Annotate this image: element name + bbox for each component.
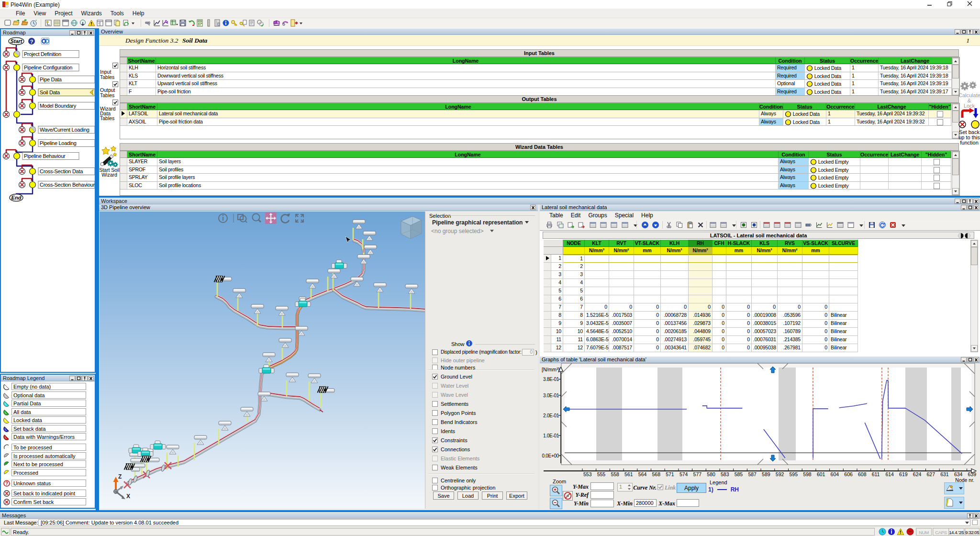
latsoil-cell[interactable]: 0: [802, 344, 829, 352]
column-header[interactable]: LongName: [156, 57, 776, 64]
latsoil-cell[interactable]: 12: [563, 344, 585, 352]
latsoil-cell[interactable]: [609, 271, 634, 279]
latsoil-cell[interactable]: [829, 271, 858, 279]
column-header[interactable]: Status: [809, 151, 860, 158]
latsoil-cell[interactable]: [634, 255, 661, 263]
pipe3d-icon[interactable]: [145, 19, 153, 27]
column-header[interactable]: Condition: [776, 57, 805, 64]
checkbox[interactable]: [432, 374, 438, 380]
latsoil-menu-table[interactable]: Table: [546, 211, 567, 220]
link-check-icon[interactable]: [256, 19, 265, 27]
latsoil-maximize-button[interactable]: [967, 205, 973, 210]
latsoil-cell[interactable]: [661, 263, 689, 271]
latsoil-cell[interactable]: [661, 295, 689, 303]
notes-icon[interactable]: [248, 19, 256, 27]
latsoil-cell[interactable]: .044809: [689, 328, 713, 336]
latsoil-cell[interactable]: [661, 255, 689, 263]
latsoil-cell[interactable]: 0: [802, 328, 829, 336]
latsoil-menu-special[interactable]: Special: [611, 211, 637, 220]
column-header[interactable]: Status: [805, 57, 850, 64]
horizontal-splitter-workspace[interactable]: [99, 196, 980, 198]
latsoil-cell[interactable]: [726, 271, 752, 279]
pipe-section-icon[interactable]: [805, 221, 813, 229]
latsoil-cell[interactable]: 1.5216E-5: [585, 312, 609, 320]
latsoil-cell[interactable]: [634, 271, 661, 279]
menu-project[interactable]: Project: [50, 9, 77, 18]
roadmap-start-node[interactable]: Start: [9, 38, 24, 45]
latsoil-cell[interactable]: [778, 295, 802, 303]
latsoil-cell[interactable]: 0: [726, 320, 752, 328]
latsoil-cell[interactable]: .00076031: [752, 336, 778, 344]
overview-minimize-button[interactable]: [955, 29, 960, 34]
window-split-icon[interactable]: [96, 19, 104, 27]
globe-icon[interactable]: [70, 19, 78, 27]
scroll-up-button[interactable]: [952, 152, 959, 158]
column-header[interactable]: ShortName: [127, 151, 157, 158]
latsoil-cell[interactable]: .00274913: [661, 336, 689, 344]
latsoil-cell[interactable]: [713, 279, 726, 287]
checkbox[interactable]: [432, 456, 438, 461]
latsoil-cell[interactable]: [661, 279, 689, 287]
latsoil-cell[interactable]: [802, 295, 829, 303]
latsoil-cell[interactable]: 0: [713, 312, 726, 320]
latsoil-cell[interactable]: [661, 271, 689, 279]
latsoil-column-header[interactable]: NODE: [563, 240, 585, 247]
table-red3-icon[interactable]: [784, 221, 791, 229]
latsoil-cell[interactable]: [726, 287, 752, 295]
latsoil-cell[interactable]: [802, 279, 829, 287]
copy-table-icon[interactable]: [557, 221, 564, 229]
dropdown-arrow-icon[interactable]: [900, 221, 907, 229]
checkbox[interactable]: [432, 410, 438, 416]
scroll-thumb[interactable]: [952, 111, 959, 123]
export-page-icon[interactable]: [122, 19, 130, 27]
latsoil-cell[interactable]: .074682: [689, 344, 713, 352]
latsoil-cell[interactable]: Bilinear: [829, 320, 858, 328]
column-header[interactable]: ShortName: [127, 103, 157, 110]
menu-help[interactable]: Help: [128, 9, 149, 18]
latsoil-cell[interactable]: 0: [634, 303, 661, 312]
latsoil-cell[interactable]: [802, 263, 829, 271]
menu-view[interactable]: View: [29, 9, 50, 18]
latsoil-cell[interactable]: [778, 263, 802, 271]
checkbox[interactable]: [432, 465, 438, 470]
plot-export-button[interactable]: [944, 497, 964, 509]
latsoil-cell[interactable]: .00019008: [752, 312, 778, 320]
latsoil-cell[interactable]: [778, 287, 802, 295]
table-gray-icon[interactable]: [794, 221, 802, 229]
roadmap-node-project-definition[interactable]: Project Definition: [3, 51, 79, 58]
checkbox[interactable]: [432, 447, 438, 452]
undo-icon[interactable]: [188, 19, 196, 27]
representation-dropdown[interactable]: Pipeline graphical representation: [432, 219, 529, 226]
latsoil-cell[interactable]: .160789: [778, 328, 802, 336]
hidden-checkbox[interactable]: [934, 167, 940, 173]
latsoil-cell[interactable]: .0070014: [609, 336, 634, 344]
latsoil-column-header[interactable]: KLS: [752, 240, 778, 247]
latsoil-cell[interactable]: 4: [563, 279, 585, 287]
latsoil-cell[interactable]: [802, 271, 829, 279]
latsoil-cell[interactable]: 6.0863E-5: [585, 336, 609, 344]
zoom-out-button[interactable]: [550, 498, 562, 509]
latsoil-cell[interactable]: [634, 279, 661, 287]
latsoil-column-header[interactable]: H-SLACK: [726, 240, 752, 247]
import-folder-icon[interactable]: [21, 19, 29, 27]
column-header[interactable]: LongName: [157, 151, 779, 158]
latsoil-cell[interactable]: .00038015: [752, 320, 778, 328]
latsoil-cell[interactable]: 7: [563, 303, 585, 312]
latsoil-cell[interactable]: [585, 295, 609, 303]
legend-close-button[interactable]: [88, 376, 94, 381]
table-red1-icon[interactable]: [763, 221, 770, 229]
roadmap-minimize-button[interactable]: [69, 30, 75, 35]
dropdown-arrow-icon[interactable]: [132, 22, 134, 24]
zoom-in-button[interactable]: [550, 485, 562, 496]
close-button[interactable]: [967, 1, 973, 7]
latsoil-cell[interactable]: [726, 263, 752, 271]
copy-page-icon[interactable]: [113, 19, 122, 27]
latsoil-cell[interactable]: .014936: [689, 312, 713, 320]
latsoil-cell[interactable]: [585, 287, 609, 295]
copy-icon[interactable]: [676, 221, 683, 229]
scroll-down-button[interactable]: [952, 188, 959, 195]
latsoil-cell[interactable]: [609, 263, 634, 271]
edit-row-icon[interactable]: [600, 221, 607, 229]
roadmap-node-model-boundary[interactable]: Model Boundary: [19, 102, 95, 110]
column-header[interactable]: Condition: [759, 103, 783, 110]
